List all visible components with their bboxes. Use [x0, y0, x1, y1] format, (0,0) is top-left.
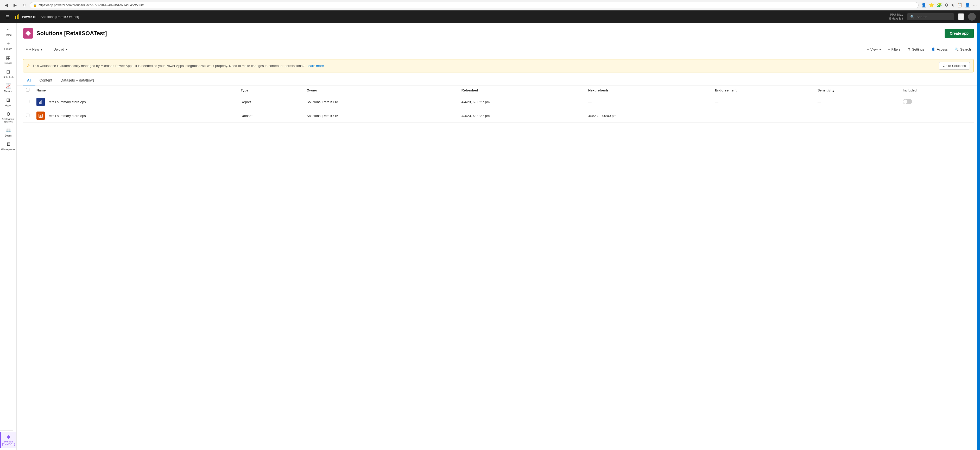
svg-marker-3 — [25, 31, 31, 36]
col-checkbox — [23, 85, 33, 95]
browser-settings-icon[interactable]: ⚙ — [945, 3, 948, 8]
access-icon: 👤 — [931, 48, 935, 51]
warning-text: ⚠ This workspace is automatically manage… — [27, 63, 324, 68]
search-icon: 🔍 — [955, 48, 959, 51]
top-nav-more-button[interactable]: ⋯ — [958, 13, 964, 20]
sidebar-item-apps[interactable]: ⊞ Apps — [0, 95, 16, 109]
browser-more-icon[interactable]: ⋯ — [973, 3, 977, 8]
settings-icon: ⚙ — [907, 48, 910, 51]
col-name-header: Name — [33, 85, 238, 95]
browser-star-icon[interactable]: ⭐ — [929, 3, 934, 8]
sidebar-item-datahub[interactable]: ⊟ Data hub — [0, 67, 16, 81]
new-label: + New — [29, 48, 39, 51]
row2-included — [900, 109, 974, 123]
sidebar-workspaces-label: Workspaces — [1, 148, 15, 151]
sidebar: ⌂ Home + Create ▦ Browse ⊟ Data hub 📈 Me… — [0, 23, 17, 450]
sidebar-item-browse[interactable]: ▦ Browse — [0, 53, 16, 67]
search-button[interactable]: 🔍 Search — [951, 46, 974, 53]
top-nav: ☰ Power BI Solutions [RetailSOATest] PPU… — [0, 10, 980, 23]
app-logo: Power BI — [14, 14, 37, 19]
table-body: Retail summary store ops Report Solution… — [23, 95, 974, 123]
datahub-icon: ⊟ — [6, 69, 10, 75]
search-input[interactable] — [916, 15, 951, 19]
forward-button[interactable]: ▶ — [12, 2, 18, 8]
hamburger-menu[interactable]: ☰ — [4, 14, 10, 20]
row1-name[interactable]: Retail summary store ops — [48, 100, 86, 104]
address-bar[interactable]: 🔒 https://app.powerbi.com/groups/08ecf95… — [30, 2, 919, 8]
main-content: Solutions [RetailSOATest] Create app + +… — [17, 23, 980, 450]
upload-icon: ↑ — [50, 48, 52, 51]
col-sensitivity-header: Sensitivity — [815, 85, 900, 95]
row1-name-cell: Retail summary store ops — [33, 95, 238, 109]
sidebar-item-learn[interactable]: 📖 Learn — [0, 125, 16, 139]
browser-extensions-icon[interactable]: 🧩 — [937, 3, 942, 8]
create-icon: + — [6, 41, 10, 47]
row2-next-refresh: 4/4/23, 8:00:00 pm — [585, 109, 712, 123]
svg-rect-6 — [41, 101, 42, 104]
page-header-left: Solutions [RetailSOATest] — [23, 28, 107, 38]
back-button[interactable]: ◀ — [3, 2, 10, 8]
row1-sensitivity: — — [815, 95, 900, 109]
sidebar-item-metrics[interactable]: 📈 Metrics — [0, 81, 16, 95]
tab-all[interactable]: All — [23, 75, 35, 85]
tab-content[interactable]: Content — [35, 75, 56, 85]
row2-checkbox-cell — [23, 109, 33, 123]
view-button[interactable]: ≡ View ▾ — [864, 46, 884, 53]
dataset-icon — [37, 112, 45, 120]
row1-included-toggle[interactable] — [903, 99, 912, 104]
sidebar-datahub-label: Data hub — [3, 76, 14, 79]
table-row: Retail summary store ops Dataset Solutio… — [23, 109, 974, 123]
row1-checkbox-cell — [23, 95, 33, 109]
go-to-solutions-button[interactable]: Go to Solutions — [939, 62, 970, 70]
sidebar-item-deployment[interactable]: ⚙ Deployment pipelines — [0, 109, 16, 125]
view-label: View — [870, 48, 878, 51]
browser-collections-icon[interactable]: 📋 — [957, 3, 962, 8]
view-chevron: ▾ — [879, 48, 881, 51]
access-label: Access — [937, 48, 948, 51]
select-all-checkbox[interactable] — [26, 88, 29, 91]
row1-included — [900, 95, 974, 109]
workspace-icon — [23, 28, 33, 38]
right-panel-indicator — [977, 10, 980, 450]
solutions-icon: ◆ — [7, 434, 10, 440]
svg-rect-2 — [18, 14, 19, 19]
svg-rect-7 — [39, 114, 43, 118]
tab-datasets[interactable]: Datasets + dataflows — [56, 75, 99, 85]
user-avatar[interactable] — [968, 13, 976, 21]
browse-icon: ▦ — [6, 55, 10, 61]
warning-banner: ⚠ This workspace is automatically manage… — [23, 59, 974, 72]
metrics-icon: 📈 — [5, 83, 11, 89]
table-container: Name Type Owner Refreshed Next refresh E… — [17, 85, 980, 123]
filters-label: Filters — [891, 48, 900, 51]
row2-type: Dataset — [238, 109, 304, 123]
access-button[interactable]: 👤 Access — [928, 46, 951, 53]
browser-toolbar: 👤 ⭐ 🧩 ⚙ ★ 📋 👤 ⋯ — [921, 3, 977, 8]
refresh-button[interactable]: ↻ — [21, 2, 27, 8]
row2-name-cell: Retail summary store ops — [33, 109, 238, 123]
browser-favorites-icon[interactable]: ★ — [951, 3, 955, 8]
top-nav-search-box[interactable]: 🔍 — [907, 13, 954, 20]
filters-button[interactable]: ≡ Filters — [885, 46, 904, 53]
browser-user-icon[interactable]: 👤 — [965, 3, 970, 8]
deployment-icon: ⚙ — [6, 111, 10, 117]
sidebar-item-solutions[interactable]: ◆ Solutions [RetailSO...] — [0, 432, 16, 448]
new-button[interactable]: + + New ▾ — [23, 46, 45, 53]
report-icon — [37, 98, 45, 106]
apps-icon: ⊞ — [6, 97, 10, 103]
sidebar-item-home[interactable]: ⌂ Home — [0, 25, 16, 39]
settings-button[interactable]: ⚙ Settings — [905, 46, 927, 53]
row1-checkbox[interactable] — [26, 100, 29, 103]
row2-checkbox[interactable] — [26, 113, 29, 117]
sidebar-item-create[interactable]: + Create — [0, 39, 16, 53]
powerbi-logo-icon — [14, 14, 20, 19]
svg-rect-4 — [39, 102, 40, 104]
sidebar-item-workspaces[interactable]: 🖥 Workspaces — [0, 139, 16, 153]
browser-profile-icon[interactable]: 👤 — [921, 3, 926, 8]
learn-more-link[interactable]: Learn more — [307, 64, 324, 68]
upload-label: Upload — [53, 48, 64, 51]
row1-refreshed: 4/4/23, 6:00:27 pm — [458, 95, 585, 109]
home-icon: ⌂ — [7, 27, 10, 33]
create-app-button[interactable]: Create app — [945, 29, 974, 38]
row2-name[interactable]: Retail summary store ops — [48, 114, 86, 118]
upload-button[interactable]: ↑ Upload ▾ — [48, 46, 70, 53]
